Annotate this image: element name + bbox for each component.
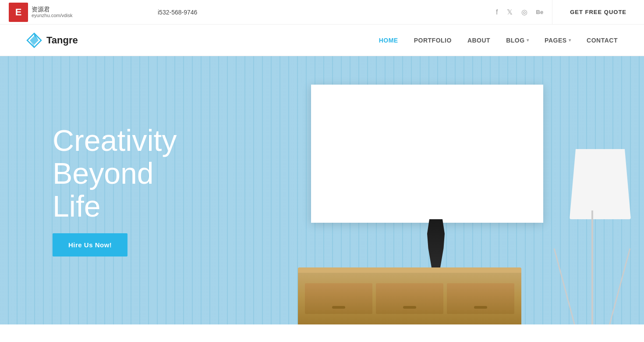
phone-number: i532-568-9746 (149, 9, 496, 16)
logo-text: 资源君 eyunzhu.com/vdisk (32, 6, 73, 19)
drawer-left (305, 283, 372, 314)
drawer-right (447, 283, 514, 314)
logo-chinese: 资源君 (32, 6, 73, 13)
cabinet (298, 267, 521, 324)
hire-us-button[interactable]: Hire Us Now! (53, 233, 127, 256)
lamp-shade (570, 149, 631, 219)
hero-section: Creativity Beyond Life Hire Us Now! (0, 56, 644, 324)
lamp (556, 149, 644, 324)
drawer-handle-center (403, 306, 416, 309)
nav-bar: Tangre HOME PORTFOLIO ABOUT BLOG ▾ PAGES… (0, 25, 644, 56)
nav-brand-name: Tangre (46, 35, 78, 46)
lamp-tripod (591, 210, 593, 324)
logo-url: eyunzhu.com/vdisk (32, 13, 73, 18)
nav-pages[interactable]: PAGES ▾ (545, 37, 571, 44)
drawer-center (376, 283, 443, 314)
hero-title: Creativity Beyond Life (53, 124, 177, 222)
cabinet-drawers (298, 274, 521, 314)
top-bar: E 资源君 eyunzhu.com/vdisk i532-568-9746 f … (0, 0, 644, 25)
logo-diamond-icon (26, 32, 42, 48)
sculpture-body (425, 219, 447, 267)
svg-marker-1 (30, 36, 39, 45)
social-icons: f 𝕏 ◎ Be (496, 8, 543, 16)
lamp-leg-right (609, 248, 630, 324)
top-bar-logo: E 资源君 eyunzhu.com/vdisk (9, 3, 149, 22)
lamp-leg-left (554, 248, 575, 324)
blog-chevron-icon: ▾ (527, 38, 529, 43)
hero-title-line3: Life (53, 189, 101, 223)
drawer-handle-left (332, 306, 345, 309)
dribbble-icon[interactable]: ◎ (521, 8, 527, 16)
hero-title-line1: Creativity (53, 124, 177, 157)
pages-chevron-icon: ▾ (569, 38, 571, 43)
behance-icon[interactable]: Be (536, 9, 544, 15)
drawer-handle-right (474, 306, 487, 309)
nav-links: HOME PORTFOLIO ABOUT BLOG ▾ PAGES ▾ CONT… (379, 37, 618, 44)
nav-logo: Tangre (26, 32, 78, 48)
hero-illustration (285, 56, 644, 324)
canvas-frame (311, 85, 543, 223)
get-quote-button[interactable]: GET FREE QUOTE (561, 9, 635, 15)
twitter-icon[interactable]: 𝕏 (507, 8, 513, 16)
sculpture (425, 219, 447, 267)
nav-home[interactable]: HOME (379, 37, 398, 44)
nav-about[interactable]: ABOUT (467, 37, 490, 44)
nav-blog[interactable]: BLOG ▾ (506, 37, 529, 44)
facebook-icon[interactable]: f (496, 8, 498, 16)
hero-title-line2: Beyond (53, 157, 154, 190)
hero-content: Creativity Beyond Life Hire Us Now! (0, 124, 177, 256)
nav-portfolio[interactable]: PORTFOLIO (414, 37, 452, 44)
nav-contact[interactable]: CONTACT (587, 37, 618, 44)
cabinet-surface (298, 267, 521, 273)
logo-box: E (9, 3, 28, 22)
divider (552, 0, 552, 25)
